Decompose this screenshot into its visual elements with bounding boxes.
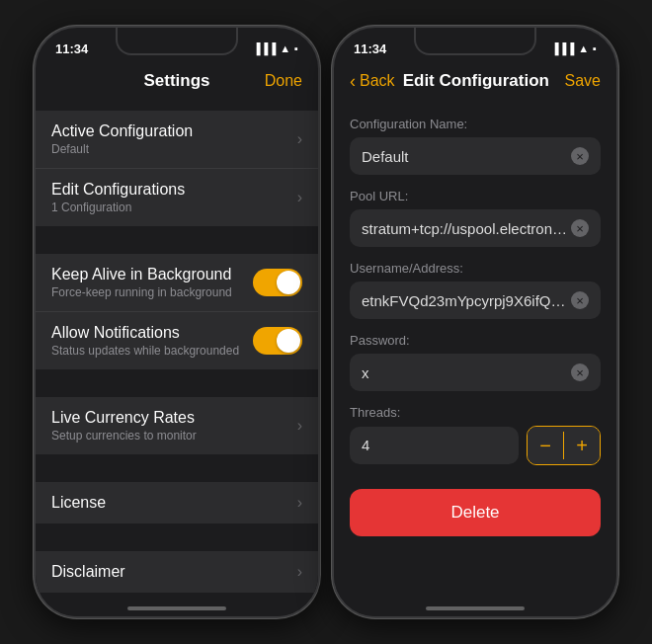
status-icons-2: ▐▐▐ ▲ ▪: [551, 42, 597, 54]
back-chevron-icon: ‹: [350, 71, 356, 92]
divider-4: [36, 454, 318, 482]
username-label: Username/Address:: [350, 261, 601, 276]
config-name-value: Default: [362, 148, 571, 165]
divider-3: [36, 369, 318, 397]
threads-stepper: − +: [527, 426, 601, 465]
threads-label: Threads:: [350, 405, 601, 420]
active-config-content: Active Configuration Default: [51, 122, 297, 156]
settings-group-1: Active Configuration Default › Edit Conf…: [36, 111, 318, 226]
threads-decrement-button[interactable]: −: [528, 427, 563, 464]
wifi-icon-2: ▲: [578, 42, 589, 54]
disclaimer-item[interactable]: Disclaimer ›: [36, 551, 318, 593]
threads-row: 4 − +: [350, 426, 601, 465]
threads-field[interactable]: 4: [350, 427, 519, 464]
password-clear[interactable]: [571, 363, 589, 381]
username-value: etnkFVQd23mYpcyrpj9X6ifQp1p...: [362, 292, 571, 309]
threads-value: 4: [362, 437, 369, 453]
back-label: Back: [360, 72, 395, 90]
edit-configurations-item[interactable]: Edit Configurations 1 Configuration ›: [36, 169, 318, 226]
live-currency-title: Live Currency Rates: [51, 409, 297, 427]
allow-notifications-title: Allow Notifications: [51, 324, 253, 342]
keep-alive-toggle[interactable]: [253, 269, 302, 296]
chevron-edit-config: ›: [297, 189, 302, 206]
username-field[interactable]: etnkFVQd23mYpcyrpj9X6ifQp1p...: [350, 282, 601, 319]
settings-group-4: License ›: [36, 482, 318, 523]
license-title: License: [51, 494, 297, 512]
threads-increment-button[interactable]: +: [564, 427, 600, 464]
chevron-license: ›: [297, 494, 302, 512]
pool-url-clear[interactable]: [571, 219, 589, 237]
settings-group-2: Keep Alive in Background Force-keep runn…: [36, 254, 318, 369]
phone-edit-config: 11:34 ▐▐▐ ▲ ▪ ‹ Back Edit Configuration …: [332, 26, 618, 618]
chevron-active-config: ›: [297, 130, 302, 148]
disclaimer-title: Disclaimer: [51, 563, 297, 581]
divider-5: [36, 523, 318, 551]
save-button[interactable]: Save: [557, 72, 601, 90]
config-name-label: Configuration Name:: [350, 117, 601, 131]
keep-alive-content: Keep Alive in Background Force-keep runn…: [51, 266, 253, 299]
edit-config-screen: Configuration Name: Default Pool URL: st…: [334, 103, 616, 616]
password-value: x: [362, 364, 571, 381]
license-content: License: [51, 494, 297, 512]
divider-2: [36, 226, 318, 254]
nav-title-1: Settings: [95, 71, 259, 91]
allow-notifications-toggle[interactable]: [253, 327, 302, 355]
disclaimer-content: Disclaimer: [51, 563, 297, 581]
status-icons-1: ▐▐▐ ▲ ▪: [253, 42, 298, 54]
back-button[interactable]: ‹ Back: [350, 71, 395, 92]
password-field[interactable]: x: [350, 354, 601, 391]
config-name-field[interactable]: Default: [350, 137, 601, 175]
keep-alive-item[interactable]: Keep Alive in Background Force-keep runn…: [36, 254, 318, 312]
status-bar-2: 11:34 ▐▐▐ ▲ ▪: [334, 28, 616, 63]
keep-alive-subtitle: Force-keep running in background: [51, 285, 253, 299]
battery-icon: ▪: [294, 42, 298, 54]
keep-alive-title: Keep Alive in Background: [51, 266, 253, 283]
live-currency-item[interactable]: Live Currency Rates Setup currencies to …: [36, 397, 318, 454]
active-config-subtitle: Default: [51, 142, 297, 156]
phones-container: 11:34 ▐▐▐ ▲ ▪ Settings Done Active Confi…: [34, 26, 618, 618]
minus-icon: −: [539, 435, 551, 457]
pool-url-label: Pool URL:: [350, 189, 601, 203]
signal-icon-2: ▐▐▐: [551, 42, 574, 54]
live-currency-subtitle: Setup currencies to monitor: [51, 429, 297, 443]
allow-notifications-subtitle: Status updates while backgrounded: [51, 344, 253, 358]
phone-settings: 11:34 ▐▐▐ ▲ ▪ Settings Done Active Confi…: [34, 26, 320, 618]
wifi-icon: ▲: [280, 42, 290, 54]
status-time-1: 11:34: [55, 41, 88, 56]
nav-bar-1: Settings Done: [36, 63, 318, 103]
settings-group-5: Disclaimer ›: [36, 551, 318, 593]
allow-notifications-item[interactable]: Allow Notifications Status updates while…: [36, 312, 318, 369]
battery-icon-2: ▪: [593, 42, 597, 54]
settings-group-3: Live Currency Rates Setup currencies to …: [36, 397, 318, 454]
home-indicator-2: [426, 606, 525, 610]
pool-url-field[interactable]: stratum+tcp://uspool.electroneu...: [350, 209, 601, 247]
nav-title-2: Edit Configuration: [395, 71, 557, 91]
edit-form: Configuration Name: Default Pool URL: st…: [334, 117, 616, 536]
divider-1: [36, 103, 318, 111]
home-indicator-1: [127, 606, 226, 610]
signal-icon: ▐▐▐: [253, 42, 276, 54]
active-configuration-item[interactable]: Active Configuration Default ›: [36, 111, 318, 169]
active-config-title: Active Configuration: [51, 122, 297, 140]
done-button[interactable]: Done: [259, 72, 302, 90]
nav-bar-2: ‹ Back Edit Configuration Save: [334, 63, 616, 103]
chevron-currency: ›: [297, 417, 302, 435]
chevron-disclaimer: ›: [297, 563, 302, 581]
delete-button[interactable]: Delete: [350, 489, 601, 536]
username-clear[interactable]: [571, 291, 589, 309]
config-name-clear[interactable]: [571, 147, 589, 165]
status-time-2: 11:34: [354, 41, 386, 56]
edit-config-subtitle: 1 Configuration: [51, 201, 297, 214]
license-item[interactable]: License ›: [36, 482, 318, 523]
plus-icon: +: [576, 435, 588, 457]
edit-config-content: Edit Configurations 1 Configuration: [51, 181, 297, 214]
status-bar-1: 11:34 ▐▐▐ ▲ ▪: [36, 28, 318, 63]
pool-url-value: stratum+tcp://uspool.electroneu...: [362, 220, 571, 237]
settings-screen: Active Configuration Default › Edit Conf…: [36, 103, 318, 616]
password-label: Password:: [350, 333, 601, 348]
delete-label: Delete: [450, 503, 499, 522]
live-currency-content: Live Currency Rates Setup currencies to …: [51, 409, 297, 443]
edit-config-title: Edit Configurations: [51, 181, 297, 199]
allow-notifications-content: Allow Notifications Status updates while…: [51, 324, 253, 358]
